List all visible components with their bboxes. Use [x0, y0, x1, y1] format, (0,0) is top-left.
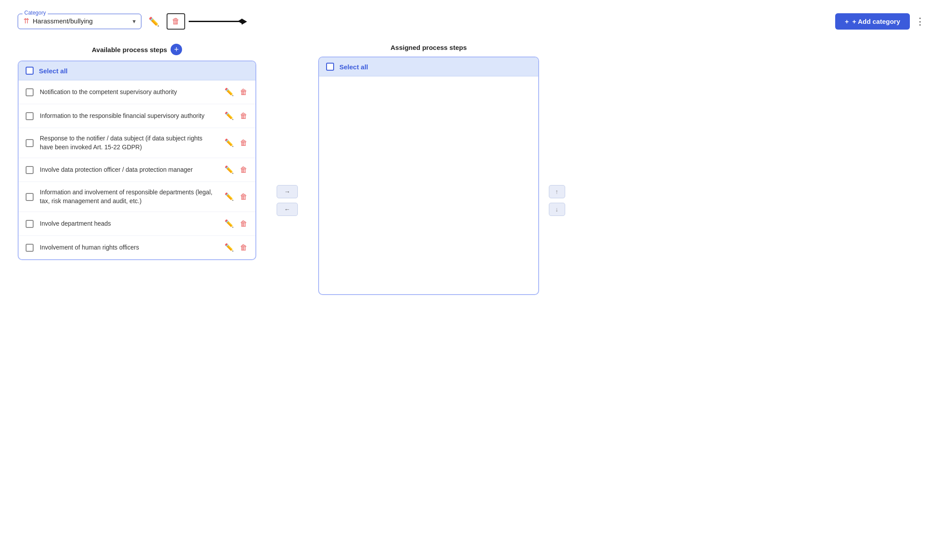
- add-step-button[interactable]: +: [171, 44, 182, 55]
- available-steps-items: Notification to the competent supervisor…: [19, 80, 255, 259]
- category-icon: ⇈: [23, 17, 29, 25]
- step-delete-button[interactable]: 🗑: [239, 111, 248, 121]
- step-edit-button[interactable]: ✏️: [224, 137, 235, 148]
- step-delete-button[interactable]: 🗑: [239, 138, 248, 148]
- transfer-right-button[interactable]: →: [277, 185, 298, 198]
- assigned-select-all-checkbox[interactable]: [326, 63, 334, 71]
- step-text: Involve data protection officer / data p…: [40, 166, 217, 174]
- step-text: Information to the responsible financial…: [40, 112, 217, 121]
- step-actions: ✏️ 🗑: [224, 191, 248, 202]
- step-edit-button[interactable]: ✏️: [224, 87, 235, 98]
- step-text: Notification to the competent supervisor…: [40, 88, 217, 97]
- ellipsis-icon: ⋮: [915, 16, 925, 27]
- step-delete-button[interactable]: 🗑: [239, 219, 248, 229]
- step-checkbox[interactable]: [26, 220, 34, 228]
- step-text: Response to the notifier / data subject …: [40, 134, 217, 151]
- up-arrow-icon: ↑: [555, 188, 559, 195]
- step-actions: ✏️ 🗑: [224, 242, 248, 253]
- delete-category-button[interactable]: 🗑: [167, 13, 185, 30]
- step-checkbox[interactable]: [26, 112, 34, 120]
- trash-icon: 🗑: [172, 17, 180, 26]
- step-actions: ✏️ 🗑: [224, 164, 248, 175]
- available-step-item: Involvement of human rights officers ✏️ …: [19, 236, 255, 259]
- available-step-item: Involve data protection officer / data p…: [19, 158, 255, 182]
- more-options-button[interactable]: ⋮: [915, 16, 925, 27]
- available-step-item: Information and involvement of responsib…: [19, 182, 255, 212]
- delete-annotation: 🗑: [167, 13, 247, 30]
- step-checkbox[interactable]: [26, 139, 34, 147]
- edit-category-button[interactable]: ✏️: [147, 15, 161, 29]
- assigned-steps-list: Select all: [318, 57, 539, 295]
- step-actions: ✏️ 🗑: [224, 87, 248, 98]
- move-up-button[interactable]: ↑: [549, 185, 565, 198]
- step-text: Involvement of human rights officers: [40, 243, 217, 252]
- available-step-item: Notification to the competent supervisor…: [19, 80, 255, 104]
- step-edit-button[interactable]: ✏️: [224, 191, 235, 202]
- available-steps-title: Available process steps +: [18, 44, 256, 55]
- step-delete-button[interactable]: 🗑: [239, 165, 248, 175]
- move-down-button[interactable]: ↓: [549, 203, 565, 216]
- step-delete-button[interactable]: 🗑: [239, 242, 248, 253]
- available-steps-list: Select all Notification to the competent…: [18, 61, 256, 260]
- assigned-select-all-row[interactable]: Select all: [319, 57, 538, 76]
- available-select-all-label: Select all: [39, 67, 68, 75]
- transfer-left-button[interactable]: ←: [277, 203, 298, 216]
- category-selector[interactable]: Category ⇈ Harassment/bullying ▾: [18, 14, 141, 29]
- available-select-all-row[interactable]: Select all: [19, 61, 255, 80]
- step-edit-button[interactable]: ✏️: [224, 242, 235, 253]
- step-delete-button[interactable]: 🗑: [239, 87, 248, 98]
- step-checkbox[interactable]: [26, 166, 34, 174]
- main-content: Available process steps + Select all Not…: [18, 44, 925, 295]
- assigned-steps-column: Assigned process steps Select all: [318, 44, 539, 295]
- header-row: Category ⇈ Harassment/bullying ▾ ✏️ 🗑 + …: [18, 13, 925, 30]
- available-steps-column: Available process steps + Select all Not…: [18, 44, 256, 260]
- add-category-label: + Add category: [852, 18, 900, 25]
- arrow-head: [242, 19, 247, 25]
- available-select-all-checkbox[interactable]: [26, 67, 34, 75]
- chevron-down-icon: ▾: [133, 18, 136, 25]
- add-category-button[interactable]: + + Add category: [835, 13, 910, 30]
- step-checkbox[interactable]: [26, 193, 34, 201]
- arrow-right-icon: →: [284, 188, 290, 195]
- assigned-steps-title: Assigned process steps: [318, 44, 539, 51]
- step-delete-button[interactable]: 🗑: [239, 192, 248, 202]
- step-actions: ✏️ 🗑: [224, 218, 248, 229]
- category-value: Harassment/bullying: [33, 17, 129, 25]
- available-step-item: Response to the notifier / data subject …: [19, 128, 255, 158]
- step-checkbox[interactable]: [26, 88, 34, 96]
- down-arrow-icon: ↓: [555, 206, 559, 213]
- assigned-select-all-label: Select all: [339, 63, 368, 71]
- category-field-label: Category: [23, 10, 48, 16]
- available-step-item: Information to the responsible financial…: [19, 104, 255, 128]
- arrow-annotation-line: [189, 21, 242, 22]
- plus-icon: +: [845, 18, 849, 25]
- arrow-left-icon: ←: [284, 206, 290, 213]
- step-text: Information and involvement of responsib…: [40, 188, 217, 205]
- step-checkbox[interactable]: [26, 244, 34, 252]
- pencil-icon: ✏️: [148, 17, 160, 26]
- step-actions: ✏️ 🗑: [224, 137, 248, 148]
- order-column: ↑ ↓: [539, 44, 574, 216]
- step-edit-button[interactable]: ✏️: [224, 110, 235, 121]
- step-edit-button[interactable]: ✏️: [224, 218, 235, 229]
- step-edit-button[interactable]: ✏️: [224, 164, 235, 175]
- available-step-item: Involve department heads ✏️ 🗑: [19, 212, 255, 236]
- assigned-steps-items: [319, 76, 538, 253]
- step-actions: ✏️ 🗑: [224, 110, 248, 121]
- transfer-column: → ←: [256, 44, 318, 216]
- step-text: Involve department heads: [40, 219, 217, 228]
